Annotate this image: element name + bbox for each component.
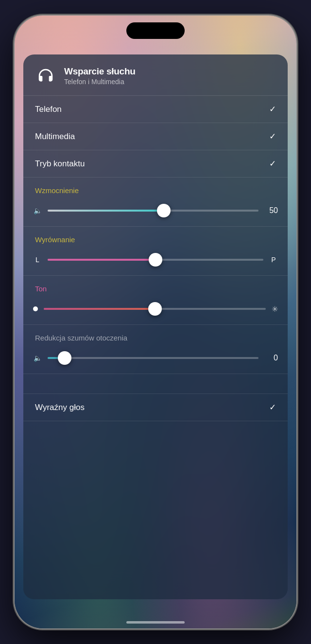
telefon-label: Telefon: [35, 105, 62, 114]
wzmocnienie-track: [48, 210, 259, 212]
circle-icon: [33, 306, 38, 311]
ton-fill: [44, 308, 155, 310]
tryb-kontaktu-label: Tryb kontaktu: [35, 159, 85, 169]
redukcja-thumb[interactable]: [58, 351, 71, 365]
header-text: Wsparcie słuchu Telefon i Multimedia: [64, 66, 136, 86]
wzmocnienie-slider[interactable]: [48, 204, 259, 217]
wyrazny-glos-checkmark: ✓: [269, 402, 276, 412]
wzmocnienie-thumb[interactable]: [157, 204, 171, 217]
redukcja-track: [48, 357, 259, 359]
header-title: Wsparcie słuchu: [64, 66, 136, 77]
telefon-item[interactable]: Telefon ✓: [23, 96, 288, 123]
empty-separator: [23, 374, 288, 394]
redukcja-volume-icon: 🔈: [33, 354, 42, 362]
ton-title: Ton: [35, 285, 47, 293]
left-label: L: [33, 256, 42, 264]
wyrownanie-section-header: Wyrównanie: [23, 227, 288, 248]
hearing-support-card: Wsparcie słuchu Telefon i Multimedia Tel…: [23, 54, 288, 599]
card-header: Wsparcie słuchu Telefon i Multimedia: [23, 54, 288, 96]
wyrownanie-thumb[interactable]: [149, 253, 162, 267]
wzmocnienie-section-header: Wzmocnienie: [23, 178, 288, 199]
multimedia-label: Multimedia: [35, 132, 75, 142]
wyrazny-glos-label: Wyraźny głos: [35, 403, 85, 412]
multimedia-checkmark: ✓: [269, 131, 276, 142]
headphone-icon: [35, 65, 56, 87]
home-indicator[interactable]: [126, 621, 185, 624]
redukcja-slider[interactable]: [48, 351, 259, 365]
ton-section-header: Ton: [23, 276, 288, 297]
wyrownanie-title: Wyrównanie: [35, 235, 75, 244]
redukcja-section-header: Redukcja szumów otoczenia: [23, 325, 288, 346]
redukcja-title: Redukcja szumów otoczenia: [35, 334, 127, 342]
dynamic-island: [126, 22, 185, 39]
wyrazny-glos-item[interactable]: Wyraźny głos ✓: [23, 394, 288, 421]
header-subtitle: Telefon i Multimedia: [64, 78, 136, 86]
tryb-kontaktu-checkmark: ✓: [269, 159, 276, 169]
wzmocnienie-fill: [48, 210, 164, 212]
phone-frame: Wsparcie słuchu Telefon i Multimedia Tel…: [15, 16, 296, 628]
wyrownanie-track: [48, 259, 263, 261]
wyrownanie-fill: [48, 259, 156, 261]
ton-slider[interactable]: [44, 302, 266, 316]
redukcja-value: 0: [264, 354, 278, 362]
right-label: P: [269, 256, 278, 264]
volume-low-icon: 🔈: [33, 207, 42, 215]
ton-slider-row: ✳: [23, 297, 288, 325]
telefon-checkmark: ✓: [269, 104, 276, 114]
tryb-kontaktu-item[interactable]: Tryb kontaktu ✓: [23, 150, 288, 178]
wzmocnienie-value: 50: [264, 206, 278, 215]
ton-thumb[interactable]: [148, 302, 162, 316]
wzmocnienie-title: Wzmocnienie: [35, 186, 79, 195]
redukcja-slider-row: 🔈 0: [23, 346, 288, 374]
multimedia-item[interactable]: Multimedia ✓: [23, 123, 288, 150]
wzmocnienie-slider-row: 🔈 50: [23, 199, 288, 227]
sun-icon: ✳: [272, 304, 278, 314]
wyrownanie-slider[interactable]: [48, 253, 263, 267]
wyrownanie-slider-row: L P: [23, 248, 288, 276]
ton-track: [44, 308, 266, 310]
